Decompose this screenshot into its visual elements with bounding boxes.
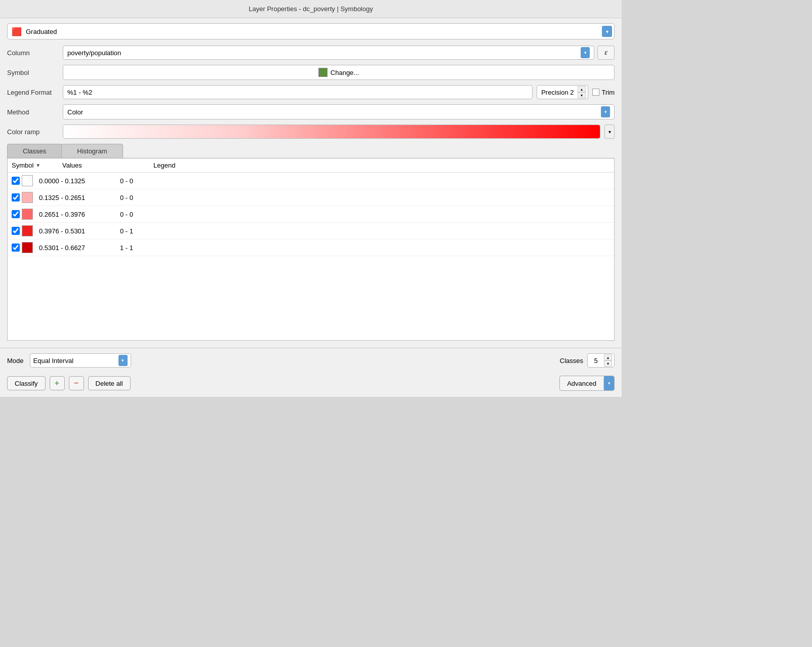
symbol-change-label: Change... bbox=[331, 69, 359, 76]
classes-down-button[interactable]: ▾ bbox=[604, 360, 612, 367]
row-values-3: 0.2651 - 0.3976 bbox=[39, 211, 120, 218]
row-swatch-4[interactable] bbox=[22, 225, 33, 236]
mode-label: Mode bbox=[7, 357, 24, 365]
table-row: 0.3976 - 0.5301 0 - 1 bbox=[8, 223, 614, 239]
graduated-icon: 🟥 bbox=[12, 27, 22, 36]
legend-format-control: Precision 2 ▴ ▾ Trim bbox=[63, 85, 615, 99]
expr-icon: ε bbox=[604, 49, 607, 57]
row-legend-5: 1 - 1 bbox=[120, 244, 610, 252]
tab-classes[interactable]: Classes bbox=[7, 144, 62, 158]
precision-down-button[interactable]: ▾ bbox=[578, 92, 586, 98]
classes-spin-buttons: ▴ ▾ bbox=[604, 354, 612, 367]
symbol-change-button[interactable]: Change... bbox=[63, 65, 615, 80]
table-header: Symbol ▼ Values Legend bbox=[8, 158, 614, 173]
row-swatch-2[interactable] bbox=[22, 192, 33, 203]
column-label: Column bbox=[7, 49, 63, 57]
trim-checkbox[interactable] bbox=[592, 89, 599, 96]
precision-up-button[interactable]: ▴ bbox=[578, 86, 586, 92]
symbol-label: Symbol bbox=[7, 69, 63, 76]
tab-histogram[interactable]: Histogram bbox=[61, 144, 123, 158]
plus-icon: + bbox=[55, 379, 59, 388]
add-class-button[interactable]: + bbox=[50, 376, 65, 390]
remove-class-button[interactable]: − bbox=[69, 376, 84, 390]
table-row: 0.0000 - 0.1325 0 - 0 bbox=[8, 173, 614, 189]
table-row: 0.1325 - 0.2651 0 - 0 bbox=[8, 189, 614, 206]
color-ramp-label: Color ramp bbox=[7, 128, 63, 136]
color-ramp-row: Color ramp ▾ bbox=[7, 125, 615, 139]
symbol-row: Symbol Change... bbox=[7, 65, 615, 80]
column-value: poverty/population bbox=[67, 49, 121, 57]
col-header-symbol: Symbol ▼ bbox=[12, 161, 62, 169]
legend-format-label: Legend Format bbox=[7, 89, 63, 96]
row-checkbox-3[interactable] bbox=[12, 210, 20, 218]
method-control: Color ▾ bbox=[63, 104, 615, 119]
row-legend-4: 0 - 1 bbox=[120, 227, 610, 235]
legend-format-row: Legend Format Precision 2 ▴ ▾ Trim bbox=[7, 85, 615, 99]
row-checkbox-4[interactable] bbox=[12, 227, 20, 235]
column-arrow: ▾ bbox=[581, 47, 590, 58]
row-values-2: 0.1325 - 0.2651 bbox=[39, 194, 120, 201]
color-ramp-gradient bbox=[63, 125, 600, 138]
action-buttons-row: Classify + − Delete all Advanced ▾ bbox=[0, 373, 622, 397]
delete-all-button[interactable]: Delete all bbox=[88, 376, 131, 390]
main-container: 🟥 Graduated ▾ Column poverty/population … bbox=[0, 18, 622, 348]
column-select[interactable]: poverty/population ▾ bbox=[63, 46, 594, 60]
row-legend-2: 0 - 0 bbox=[120, 194, 610, 201]
row-legend-3: 0 - 0 bbox=[120, 211, 610, 218]
column-row: Column poverty/population ▾ ε bbox=[7, 46, 615, 60]
advanced-label: Advanced bbox=[567, 380, 596, 387]
tab-classes-label: Classes bbox=[23, 147, 46, 155]
method-label: Method bbox=[7, 108, 63, 116]
table-row: 0.5301 - 0.6627 1 - 1 bbox=[8, 239, 614, 256]
column-control: poverty/population ▾ ε bbox=[63, 46, 615, 60]
row-legend-1: 0 - 0 bbox=[120, 177, 610, 185]
classes-label: Classes bbox=[560, 357, 583, 365]
trim-control: Trim bbox=[592, 89, 615, 96]
row-swatch-5[interactable] bbox=[22, 242, 33, 253]
title-bar: Layer Properties - dc_poverty | Symbolog… bbox=[0, 0, 622, 18]
delete-all-label: Delete all bbox=[96, 380, 123, 387]
bottom-bar: Mode Equal Interval ▾ Classes 5 ▴ ▾ bbox=[0, 348, 622, 373]
classify-button[interactable]: Classify bbox=[7, 376, 46, 390]
symbol-type-dropdown[interactable]: 🟥 Graduated ▾ bbox=[7, 23, 615, 39]
color-ramp-gradient-container[interactable] bbox=[63, 125, 600, 139]
row-swatch-1[interactable] bbox=[22, 175, 33, 186]
expression-button[interactable]: ε bbox=[597, 46, 615, 60]
mode-select[interactable]: Equal Interval ▾ bbox=[30, 353, 131, 368]
row-checkbox-1[interactable] bbox=[12, 177, 20, 185]
row-checkbox-2[interactable] bbox=[12, 193, 20, 201]
minus-icon: − bbox=[74, 379, 78, 388]
mode-arrow: ▾ bbox=[118, 355, 128, 366]
tab-histogram-label: Histogram bbox=[77, 147, 107, 155]
col-header-values: Values bbox=[62, 161, 153, 169]
classes-value: 5 bbox=[590, 357, 602, 365]
trim-label: Trim bbox=[601, 89, 615, 96]
row-values-5: 0.5301 - 0.6627 bbox=[39, 244, 120, 252]
symbol-type-row: 🟥 Graduated ▾ bbox=[7, 23, 615, 39]
precision-spinbox: ▴ ▾ bbox=[578, 86, 586, 98]
classes-spinbox: 5 ▴ ▾ bbox=[587, 353, 615, 368]
classify-label: Classify bbox=[15, 380, 38, 387]
symbol-color-box bbox=[318, 68, 328, 77]
classification-table: Symbol ▼ Values Legend 0.0000 - 0.1325 0… bbox=[7, 158, 615, 341]
row-values-4: 0.3976 - 0.5301 bbox=[39, 227, 120, 235]
method-dropdown[interactable]: Color ▾ bbox=[63, 104, 615, 119]
row-swatch-3[interactable] bbox=[22, 209, 33, 220]
col-header-legend: Legend bbox=[153, 161, 610, 169]
method-row: Method Color ▾ bbox=[7, 104, 615, 119]
row-checkbox-5[interactable] bbox=[12, 244, 20, 252]
classes-up-button[interactable]: ▴ bbox=[604, 354, 612, 360]
color-ramp-arrow[interactable]: ▾ bbox=[604, 125, 615, 139]
color-ramp-control: ▾ bbox=[63, 125, 615, 139]
symbol-control: Change... bbox=[63, 65, 615, 80]
advanced-group: Advanced ▾ bbox=[559, 376, 615, 391]
advanced-button[interactable]: Advanced bbox=[560, 376, 603, 390]
precision-label: Precision 2 bbox=[539, 89, 576, 96]
symbol-type-arrow[interactable]: ▾ bbox=[602, 26, 612, 37]
row-values-1: 0.0000 - 0.1325 bbox=[39, 177, 120, 185]
mode-value: Equal Interval bbox=[33, 357, 74, 365]
advanced-arrow[interactable]: ▾ bbox=[604, 376, 614, 390]
legend-format-input[interactable] bbox=[63, 85, 533, 99]
method-value: Color bbox=[67, 108, 83, 116]
symbol-type-label: Graduated bbox=[26, 28, 610, 35]
